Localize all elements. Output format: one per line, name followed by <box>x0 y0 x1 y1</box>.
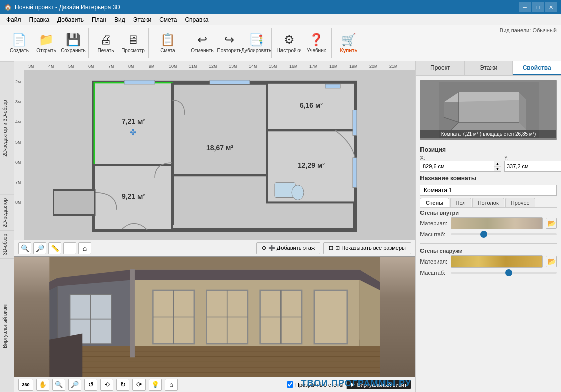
transparent-walls-checkbox[interactable] <box>287 381 293 388</box>
toolbar-group-file: 📄 Создать 📁 Открыть 💾 Сохранить <box>4 28 89 58</box>
svg-text:9,21 м²: 9,21 м² <box>122 193 145 201</box>
menubar: Файл Правка Добавить План Вид Этажи Смет… <box>0 14 561 25</box>
rotate-reset-btn[interactable]: ⟲ <box>100 379 113 391</box>
room-name-input[interactable] <box>420 185 557 196</box>
label-2d-3d[interactable]: 2D-редактор и 3D-обзор <box>0 61 14 195</box>
room-name-title: Название комнаты <box>416 173 561 183</box>
save-button[interactable]: 💾 Сохранить <box>60 29 86 57</box>
sub-tab-other[interactable]: Прочее <box>505 198 535 207</box>
label-3d[interactable]: 3D-обзор <box>0 230 14 258</box>
main-area: 2D-редактор и 3D-обзор 2D-редактор 3D-об… <box>0 61 561 392</box>
settings-label: Настройки <box>276 48 301 53</box>
walls-outside-material-open[interactable]: 📂 <box>546 256 557 267</box>
tutorial-label: Учебник <box>307 48 326 53</box>
duplicate-button[interactable]: 📑 Дублировать <box>243 29 269 57</box>
sub-tab-walls[interactable]: Стены <box>420 198 449 207</box>
rotate-right-btn[interactable]: ↻ <box>116 379 129 391</box>
sub-tab-floor[interactable]: Пол <box>450 198 471 207</box>
svg-text:✤: ✤ <box>130 128 136 137</box>
buy-button[interactable]: 🛒 Купить <box>336 29 362 57</box>
pos-x-input[interactable] <box>420 161 494 171</box>
walls-inside-material-open[interactable]: 📂 <box>546 218 557 229</box>
menu-help[interactable]: Справка <box>181 15 212 24</box>
editor-toolbar: 🔍 🔎 📏 — ⌂ ⊕ ➕ Добавить этаж ⊡ ⊡ Показыва… <box>14 240 415 256</box>
zoom-in-3d-btn[interactable]: 🔍 <box>52 379 65 391</box>
walls-inside-section: Стены внутри Материал: 📂 Масштаб: <box>416 208 561 241</box>
preview-button[interactable]: 🖥 Просмотр <box>120 29 146 57</box>
undo-button[interactable]: ↩ Отменить <box>189 29 215 57</box>
redo-label: Повторить <box>217 48 242 53</box>
label-virtual[interactable]: Виртуальный визит <box>0 258 14 392</box>
spin-btn[interactable]: ⟳ <box>132 379 146 391</box>
tutorial-button[interactable]: ❓ Учебник <box>303 29 329 57</box>
pos-x-up[interactable]: ▲ <box>494 161 501 167</box>
pos-x-down[interactable]: ▼ <box>494 167 501 172</box>
show-sizes-button[interactable]: ⊡ ⊡ Показывать все размеры <box>323 242 411 254</box>
home-btn[interactable]: ⌂ <box>78 242 91 254</box>
toolbar-group-buy: 🛒 Купить <box>334 28 364 58</box>
floorplan[interactable]: 7,21 м² ✤ 18,67 м² 6,16 м² <box>24 70 415 240</box>
window-icon: 🏠 <box>4 4 12 11</box>
svg-rect-11 <box>325 84 340 88</box>
3d-building <box>14 257 415 377</box>
menu-plan[interactable]: План <box>88 15 110 24</box>
minimize-button[interactable]: ─ <box>519 2 531 12</box>
open-label: Открыть <box>36 48 56 53</box>
hand-btn[interactable]: ✋ <box>36 379 49 391</box>
editor-2d[interactable]: 3м 4м 5м 6м 7м 8м 9м 10м 11м 12м 13м 14м… <box>14 61 415 257</box>
home-3d-btn[interactable]: ⌂ <box>165 379 178 391</box>
walls-outside-section: Стены снаружи Материал: 📂 Масштаб: <box>416 246 561 280</box>
open-button[interactable]: 📁 Открыть <box>33 29 59 57</box>
svg-marker-57 <box>451 122 526 130</box>
estimate-button[interactable]: 📋 Смета <box>153 29 183 57</box>
walls-outside-scale-row: Масштаб: <box>420 270 557 276</box>
svg-rect-46 <box>49 346 380 377</box>
view360-btn[interactable]: 360 <box>18 379 33 391</box>
print-button[interactable]: 🖨 Печать <box>93 29 119 57</box>
zoom-out-btn[interactable]: 🔎 <box>33 242 46 254</box>
zoom-out-3d-btn[interactable]: 🔎 <box>68 379 81 391</box>
walls-outside-scale-slider[interactable] <box>451 272 557 274</box>
toolbar-group-estimate: 📋 Смета <box>151 28 185 58</box>
zoom-in-btn[interactable]: 🔍 <box>18 242 31 254</box>
menu-view[interactable]: Вид <box>110 15 129 24</box>
new-icon: 📄 <box>12 33 27 47</box>
maximize-button[interactable]: □ <box>532 2 544 12</box>
menu-file[interactable]: Файл <box>2 15 25 24</box>
label-2d[interactable]: 2D-редактор <box>0 195 14 231</box>
close-button[interactable]: ✕ <box>545 2 557 12</box>
menu-add[interactable]: Добавить <box>53 15 88 24</box>
menu-edit[interactable]: Правка <box>25 15 54 24</box>
save-icon: 💾 <box>66 33 81 47</box>
walls-inside-scale-slider[interactable] <box>451 233 557 235</box>
menu-floors[interactable]: Этажи <box>129 15 155 24</box>
ruler-btn[interactable]: 📏 <box>48 242 61 254</box>
tab-floors[interactable]: Этажи <box>465 61 513 75</box>
ruler-left: 2м 3м 4м 5м 6м 7м 8м <box>14 70 24 256</box>
redo-button[interactable]: ↪ Повторить <box>216 29 242 57</box>
redo-icon: ↪ <box>224 33 234 47</box>
toolbar-group-settings: ⚙ Настройки ❓ Учебник <box>274 28 332 58</box>
title-text: Новый проект - Дизайн Интерьера 3D <box>15 4 120 11</box>
estimate-label: Смета <box>160 48 175 53</box>
tab-project[interactable]: Проект <box>416 61 465 75</box>
watermark: ТВОИ ПРОГРАММЫ РУ <box>301 378 411 389</box>
settings-button[interactable]: ⚙ Настройки <box>276 29 302 57</box>
show-sizes-label: ⊡ Показывать все размеры <box>335 245 406 251</box>
pos-y-input[interactable] <box>505 161 561 171</box>
view-3d[interactable]: 360 ✋ 🔍 🔎 ↺ ⟲ ↻ ⟳ 💡 ⌂ Прозрачные стены ▶… <box>14 257 415 392</box>
add-floor-button[interactable]: ⊕ ➕ Добавить этаж <box>256 242 321 254</box>
rotate-left-btn[interactable]: ↺ <box>84 379 97 391</box>
walls-inside-scale-label: Масштаб: <box>420 231 448 237</box>
position-title: Позиция <box>416 144 561 154</box>
dash-btn[interactable]: — <box>63 242 76 254</box>
menu-estimate[interactable]: Смета <box>155 15 181 24</box>
pos-x-label: X: <box>420 155 501 161</box>
svg-rect-25 <box>353 158 357 188</box>
new-button[interactable]: 📄 Создать <box>6 29 32 57</box>
toolbar: 📄 Создать 📁 Открыть 💾 Сохранить 🖨 Печать… <box>0 25 561 61</box>
tab-properties[interactable]: Свойства <box>513 61 561 75</box>
sub-tab-ceiling[interactable]: Потолок <box>472 198 504 207</box>
light-btn[interactable]: 💡 <box>149 379 162 391</box>
pos-y-field: Y: ▲ ▼ <box>504 155 561 172</box>
